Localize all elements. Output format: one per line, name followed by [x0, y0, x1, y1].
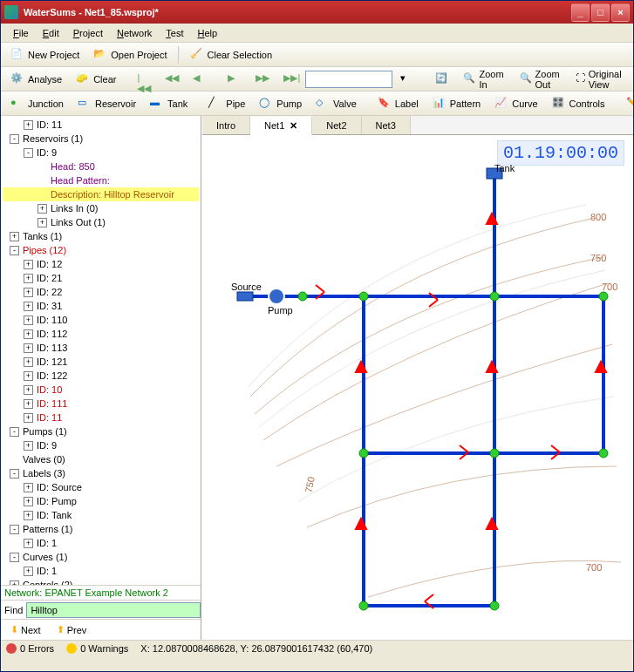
menu-test[interactable]: Test [159, 26, 190, 40]
step-back-button[interactable]: ◀ [187, 70, 213, 89]
tree-expander[interactable]: - [10, 246, 19, 255]
tree-row[interactable]: +ID: 10 [3, 383, 199, 397]
tree-row[interactable]: +ID: 122 [3, 369, 199, 383]
tree-row[interactable]: Valves (0) [3, 452, 199, 466]
tree-row[interactable]: +ID: Source [3, 480, 199, 494]
errors-status[interactable]: 0 Errors [6, 643, 54, 654]
refresh-button[interactable]: 🔄 [429, 70, 455, 89]
curve-button[interactable]: 📈Curve [488, 94, 543, 113]
tree-expander[interactable]: + [24, 385, 33, 395]
time-dropdown-button[interactable]: ▾ [394, 70, 420, 89]
clear-selection-button[interactable]: 🧹Clear Selection [184, 45, 279, 64]
fwd-full-button[interactable]: ▶▶| [277, 70, 303, 89]
valve-button[interactable]: ◇Valve [310, 94, 363, 113]
warnings-status[interactable]: 0 Warnings [66, 643, 128, 654]
tree-row[interactable]: +Links Out (1) [3, 215, 199, 229]
tree-expander[interactable]: + [24, 511, 33, 520]
tree-expander[interactable]: + [24, 288, 33, 297]
pump-button[interactable]: ◯Pump [253, 94, 308, 113]
tree-expander[interactable]: + [37, 204, 47, 214]
find-input[interactable] [26, 602, 201, 618]
find-prev-button[interactable]: ⬆Prev [51, 621, 93, 638]
menu-help[interactable]: Help [191, 26, 225, 40]
find-next-button[interactable]: ⬇Next [4, 621, 47, 638]
original-view-button[interactable]: ⛶Original View [569, 70, 632, 89]
tree-expander[interactable]: - [10, 469, 19, 479]
fwd-button[interactable]: ▶▶ [249, 70, 276, 89]
tree-row[interactable]: Head Pattern: [3, 173, 199, 187]
tree-expander[interactable]: - [10, 134, 19, 144]
tab-net3[interactable]: Net3 [362, 116, 411, 134]
edit-button[interactable]: ✏️Edit [620, 94, 635, 113]
tree-expander[interactable]: + [24, 371, 33, 381]
tree-row[interactable]: +ID: 110 [3, 313, 199, 327]
tree-row[interactable]: +Controls (2) [3, 578, 199, 585]
controls-button[interactable]: 🎛️Controls [546, 94, 611, 113]
tree-expander[interactable]: + [24, 539, 33, 548]
tree-expander[interactable]: + [24, 329, 33, 339]
tree-row[interactable]: +ID: 112 [3, 327, 199, 341]
new-project-button[interactable]: 📄New Project [4, 45, 85, 64]
tree-row[interactable]: -Curves (1) [3, 550, 199, 564]
tree-expander[interactable]: + [24, 260, 33, 269]
menu-file[interactable]: File [6, 26, 36, 40]
tree-expander[interactable]: + [24, 274, 33, 283]
tree-expander[interactable]: + [24, 413, 33, 423]
tree-row[interactable]: +ID: 22 [3, 285, 199, 299]
tree-row[interactable]: +ID: Pump [3, 494, 199, 508]
tree-row[interactable]: +Tanks (1) [3, 229, 199, 243]
rewind-full-button[interactable]: |◀◀ [131, 70, 157, 89]
tree-expander[interactable]: - [10, 553, 19, 562]
pipe-button[interactable]: ╱Pipe [202, 94, 251, 113]
minimize-button[interactable]: _ [571, 3, 590, 22]
zoom-in-button[interactable]: 🔍Zoom In [457, 70, 511, 89]
tree-expander[interactable]: + [24, 316, 33, 325]
tree-row[interactable]: +ID: 21 [3, 271, 199, 285]
tree-expander[interactable]: - [24, 148, 33, 158]
close-button[interactable]: × [611, 3, 630, 22]
tree-row[interactable]: Head: 850 [3, 160, 199, 173]
step-fwd-button[interactable]: ▶ [222, 70, 248, 89]
tree-row[interactable]: Description: Hilltop Reservoir [3, 187, 199, 201]
tree-row[interactable]: -Labels (3) [3, 466, 199, 480]
junction-button[interactable]: ●Junction [4, 94, 70, 113]
open-project-button[interactable]: 📂Open Project [87, 45, 173, 64]
analyse-button[interactable]: ⚙️Analyse [4, 70, 68, 89]
label-button[interactable]: 🔖Label [372, 94, 425, 113]
tree-expander[interactable]: + [24, 302, 33, 311]
tree-row[interactable]: -Patterns (1) [3, 522, 199, 536]
tree-row[interactable]: +ID: 31 [3, 299, 199, 313]
tree-expander[interactable]: + [24, 343, 33, 353]
tree-expander[interactable]: + [24, 567, 33, 576]
tree-row[interactable]: +ID: 12 [3, 257, 199, 271]
tree-row[interactable]: -Pumps (1) [3, 424, 199, 438]
tree-row[interactable]: +ID: 121 [3, 355, 199, 369]
tree-expander[interactable]: + [24, 483, 33, 492]
tree-expander[interactable]: - [10, 525, 19, 534]
tree-row[interactable]: +ID: 9 [3, 438, 199, 452]
zoom-out-button[interactable]: 🔍Zoom Out [514, 70, 568, 89]
tab-close-icon[interactable]: ✕ [290, 120, 297, 132]
tab-intro[interactable]: Intro [202, 116, 250, 134]
tree-row[interactable]: +ID: 1 [3, 564, 199, 578]
tree-expander[interactable]: + [37, 218, 47, 227]
maximize-button[interactable]: □ [591, 3, 610, 22]
tree-view[interactable]: +ID: 11-Reservoirs (1)-ID: 9Head: 850Hea… [1, 116, 201, 585]
tree-expander[interactable]: + [24, 441, 33, 451]
tree-expander[interactable]: + [24, 120, 33, 130]
tree-row[interactable]: +ID: 111 [3, 397, 199, 411]
tree-expander[interactable]: + [24, 357, 33, 367]
tree-row[interactable]: +ID: 113 [3, 341, 199, 355]
menu-project[interactable]: Project [66, 26, 110, 40]
pattern-button[interactable]: 📊Pattern [426, 94, 487, 113]
tree-expander[interactable]: + [24, 497, 33, 506]
tree-row[interactable]: -Reservoirs (1) [3, 132, 199, 146]
tree-row[interactable]: +ID: 11 [3, 118, 199, 132]
tree-row[interactable]: +ID: 11 [3, 411, 199, 424]
rewind-button[interactable]: ◀◀ [159, 70, 185, 89]
tab-net2[interactable]: Net2 [312, 116, 361, 134]
tree-row[interactable]: -Pipes (12) [3, 243, 199, 257]
tank-button[interactable]: ▬Tank [144, 94, 194, 113]
reservoir-button[interactable]: ▭Reservoir [72, 94, 142, 113]
clear-button[interactable]: 🧽Clear [70, 70, 122, 89]
